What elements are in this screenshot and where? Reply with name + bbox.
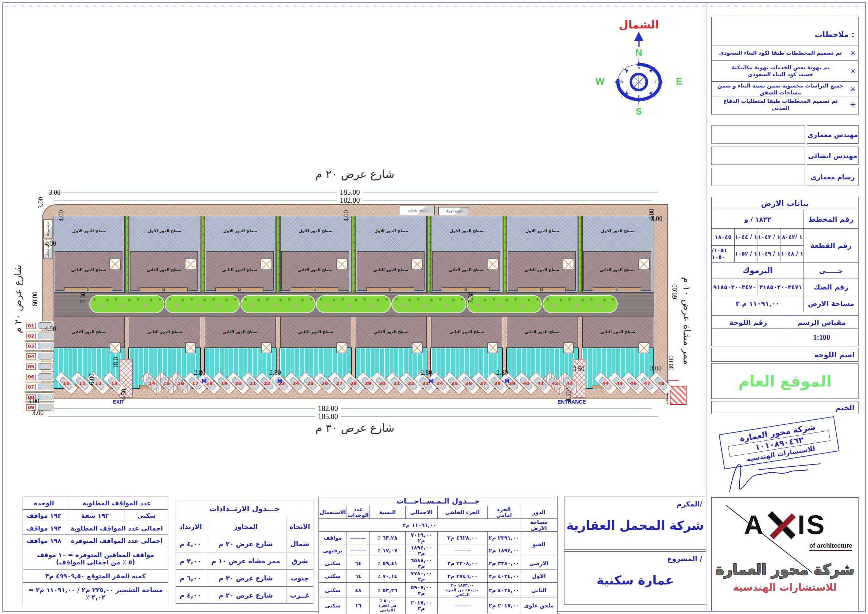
landscaping-area: مساحة التشجير ٢٢٥,٠٠ م٢ / ١١٠٩١,٠٠ م٢ = …	[23, 582, 168, 605]
planter-strip	[427, 216, 431, 292]
parking-stall: 03	[25, 341, 54, 351]
areas-cell: ٣٧٤٦,٠٠ م٢	[437, 570, 488, 583]
parking-stall: 04	[25, 351, 54, 361]
parking-stall-number: 37	[479, 381, 486, 386]
areas-cell: ٤٠٣٤,٠٠ م٢	[488, 570, 520, 583]
parking-stall-number: 17	[192, 381, 198, 386]
street-label-top: شارع عرض ٢٠ م	[316, 168, 395, 180]
areas-cell: ٥٠,٠٠ ٪ من الجزء الامامى	[369, 598, 405, 613]
compass-rose: الشمال N W	[593, 18, 684, 113]
logo-subtitle: of architecture	[809, 542, 852, 551]
areas-cell: ٤٠٣٤,٠٠ م٢	[488, 583, 520, 598]
svg-text:S: S	[638, 95, 640, 98]
building-roof-top: سطح الدور الاولسطح الدور الثانى	[431, 216, 502, 292]
table-cell: ١٩٢ شقة	[65, 509, 125, 522]
parking-stall-number: 45	[616, 381, 623, 386]
note-text: تم تصميم المخططات طبقا لكود البناء السعو…	[714, 50, 847, 56]
areas-cell: ترفيهى	[319, 544, 347, 557]
plan-number-value: ١٨٢٢ / و	[711, 210, 803, 228]
drawing-sheet: الشمال N W	[0, 0, 868, 614]
engineer-name-field	[711, 126, 805, 144]
notes-title: ملاحظات :	[815, 30, 854, 39]
elevator-shaft-icon	[638, 258, 650, 270]
parking-stall-number: 04	[26, 353, 36, 359]
elevator-m-mark: M	[277, 378, 283, 385]
roof-label-first-floor: سطح الدور الاول	[507, 229, 578, 233]
compass-dial-icon: NS WE	[593, 58, 684, 106]
sheet-number-label: رقم اللوحة	[711, 316, 785, 328]
dimension-text: 2.80	[496, 369, 508, 377]
street-label-left: شارع عرض ٢٠ م	[12, 241, 23, 358]
engineer-row: رسام معمارى	[711, 168, 859, 186]
areas-cell: ٦٣,٢٨ ٪	[369, 532, 405, 544]
landscape-island	[316, 295, 391, 313]
note-item: ✳تم تهوية بعض الخدمات تهوية مكانيكية حسب…	[711, 60, 858, 81]
balcony-slabs	[442, 287, 490, 291]
areas-cell: مواقف	[319, 532, 347, 544]
engineer-row: مهندس انشائى	[711, 146, 859, 165]
parking-stall-number: 01	[26, 323, 36, 329]
deed-number-label: رقم الصك	[803, 279, 858, 295]
dimension-text: 2.80	[420, 369, 432, 377]
dimension-text: 60.00	[671, 284, 679, 299]
areas-header: الجزء الخلفى	[437, 506, 488, 519]
plot-number-row: ١ /٨٠٤٢١ / ١٠٤٣١ / ١٠٤٤١٨٠٤٥	[711, 229, 803, 246]
planter-strip	[200, 216, 205, 292]
dimension-text: 4.00	[343, 210, 350, 222]
areas-header: النسبة	[369, 506, 405, 519]
dimension-text: 3.00	[650, 365, 662, 372]
parking-stall-number: 14	[149, 381, 155, 386]
parking-stall-number: 32	[408, 381, 414, 386]
parking-stall-number: 46	[630, 381, 637, 386]
setbacks-cell: شارع عرض ٢٠ م	[205, 587, 287, 604]
land-area-value: ١١٠٩١,٠٠ م ٢	[711, 295, 803, 311]
north-arrow-stem	[639, 41, 640, 47]
project-name: عمارة سكنية	[564, 573, 706, 588]
balcony-slabs	[366, 287, 414, 291]
plot-number-cell: ١ /٨٠٤٢	[781, 229, 803, 246]
parking-stall: 05	[25, 362, 54, 371]
roof-label-first-floor: سطح الدور الاول	[356, 229, 426, 233]
note-item: ✳تم تصميم المخططات طبقا لكود البناء السع…	[711, 45, 858, 60]
table-cell: ١٩٨ مواقف	[23, 535, 65, 547]
balcony-slabs	[291, 287, 339, 291]
setbacks-cell: شمال	[287, 535, 313, 552]
areas-cell: ٤٦٢٨,٠٠ م٢	[437, 532, 488, 544]
parking-stall-number: 26	[321, 381, 328, 386]
parking-stall-number: 05	[26, 364, 36, 370]
landscape-island	[165, 295, 240, 313]
elevator-shaft-icon	[260, 258, 272, 270]
areas-table: جـــدول الـمـســاحـــاتالدورالجزء امامىا…	[318, 496, 558, 614]
engineer-name-field	[711, 146, 805, 165]
parking-stall-number: 12	[95, 381, 102, 386]
building-roof-top: سطح الدور الاولسطح الدور الثانى	[280, 216, 351, 292]
table-cell: سكنى	[125, 509, 168, 522]
elevator-m-mark: M	[202, 378, 207, 385]
dimension-text: 4.00	[57, 210, 65, 222]
roof-second-floor: سطح الدور الثانى	[281, 251, 349, 291]
dimension-text: 3.00	[37, 197, 45, 208]
elevator-shaft-icon	[487, 342, 498, 353]
scale-panel: مقياس الرسم رقم اللوحة 1:100	[711, 316, 859, 347]
parking-stall-number: 29	[364, 381, 371, 386]
firm-tagline: للاستشارات الهندسية	[715, 581, 854, 593]
table-cell: اجمالى عدد المواقف المتوفرة	[65, 535, 168, 547]
car-icon	[38, 353, 53, 359]
landscape-island	[391, 295, 467, 313]
roof-label-first-floor: سطح الدور الاول	[431, 229, 502, 233]
plot-number-cell: ١٠٥١/ ١٠٥٠	[711, 246, 734, 263]
sheet-name-label: اسم اللوحة	[711, 348, 859, 362]
client-name: شركة المحمل العقارية	[564, 518, 706, 533]
elevator-shaft-icon	[563, 342, 574, 353]
dimension-bottom-outer: 185.00	[315, 412, 341, 421]
car-icon	[38, 363, 53, 370]
planter-strip	[578, 216, 582, 292]
building-roof-top: سطح الدور الاولسطح الدور الثانى	[54, 216, 125, 292]
parking-stall-number: 43	[566, 381, 572, 386]
note-text: جميع التراسات محسوبة ضمن نسبة البناء و ض…	[714, 82, 847, 96]
asterisk-icon: ✳	[850, 100, 856, 109]
plan-number-label: رقم المخطط	[803, 210, 858, 228]
areas-cell: ١٨٧٣,٠٠ م٢ ٥٠,٠٠٪ من الجزء الخلفى	[437, 583, 488, 598]
areas-cell: ١٧,٠٧ ٪	[369, 544, 405, 557]
roof-label-first-floor: سطح الدور الاول	[281, 229, 351, 233]
